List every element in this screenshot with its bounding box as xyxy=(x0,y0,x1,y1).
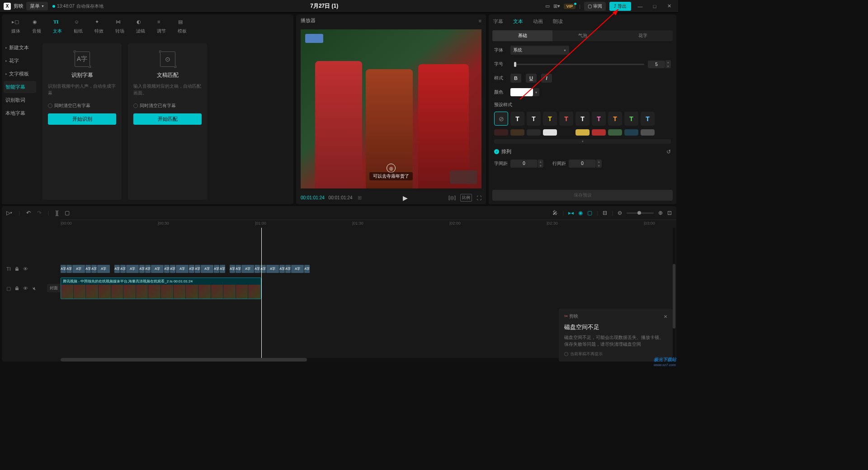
preset-white-outline[interactable]: T xyxy=(527,112,541,126)
text-clip[interactable]: A字 xyxy=(266,265,279,273)
text-clip[interactable]: A字 xyxy=(126,265,139,273)
size-input[interactable]: 5 xyxy=(648,61,665,68)
text-clip[interactable]: A字 xyxy=(176,265,189,273)
menu-button[interactable]: 菜单▼ xyxy=(26,2,48,10)
preset-yellow[interactable]: T xyxy=(543,112,557,126)
align-icon[interactable]: ⊟ xyxy=(603,210,607,216)
preset-item[interactable] xyxy=(494,129,508,136)
text-clip[interactable]: A字 xyxy=(139,265,145,273)
notif-close-icon[interactable]: ✕ xyxy=(664,314,667,319)
line-spacing-spinner[interactable]: ▴▾ xyxy=(596,160,602,168)
timeline-vertical-scrollbar[interactable] xyxy=(673,228,675,357)
clear-existing-checkbox[interactable]: 同时清空已有字幕 xyxy=(133,103,202,109)
playhead[interactable] xyxy=(261,228,262,358)
text-clip[interactable]: A字 xyxy=(285,265,291,273)
text-clip[interactable]: A字 xyxy=(85,265,91,273)
lock-icon[interactable]: 🔒︎ xyxy=(14,266,19,272)
visibility-icon[interactable]: 👁 xyxy=(23,266,28,272)
player-menu-icon[interactable]: ≡ xyxy=(479,18,481,24)
cover-label[interactable]: 封面 xyxy=(47,284,61,292)
preset-red[interactable]: T xyxy=(559,112,573,126)
text-clip[interactable]: A字 xyxy=(291,265,304,273)
font-select[interactable]: 系统▼ xyxy=(510,46,569,55)
tab-sticker[interactable]: ☺贴纸 xyxy=(68,17,89,36)
letter-spacing-spinner[interactable]: ▴▾ xyxy=(538,160,543,168)
vip-badge[interactable]: VIP xyxy=(564,4,576,9)
zoom-in-icon[interactable]: ⊕ xyxy=(658,210,663,216)
text-clip[interactable]: A字 xyxy=(61,265,66,273)
size-spinner[interactable]: ▴▾ xyxy=(665,60,671,68)
tab-media[interactable]: ▸▢媒体 xyxy=(5,17,26,36)
tab-text-props[interactable]: 文本 xyxy=(513,18,523,27)
preset-green[interactable]: T xyxy=(624,112,638,126)
text-clip[interactable]: A字 xyxy=(151,265,164,273)
close-button[interactable]: ✕ xyxy=(664,3,675,9)
preset-item[interactable] xyxy=(543,129,557,136)
preset-item[interactable] xyxy=(576,129,590,136)
mic-icon[interactable]: 🎤︎ xyxy=(552,210,558,216)
text-clip[interactable]: A字 xyxy=(279,265,285,273)
subtab-bubble[interactable]: 气泡 xyxy=(552,30,613,41)
start-recognize-button[interactable]: 开始识别 xyxy=(48,113,116,125)
text-clip[interactable]: A字 xyxy=(201,265,213,273)
preset-item[interactable] xyxy=(608,129,622,136)
preset-orange[interactable]: T xyxy=(608,112,622,126)
sidebar-text-template[interactable]: ▸文字模板 xyxy=(4,68,36,80)
preset-item[interactable] xyxy=(510,129,524,136)
fullscreen-icon[interactable]: ⛶ xyxy=(476,195,481,201)
sidebar-smart-subtitle[interactable]: 智能字幕 xyxy=(4,81,36,93)
text-clip[interactable]: A字 xyxy=(97,265,110,273)
focus-tool-icon[interactable]: [◎] xyxy=(448,195,456,201)
preset-item[interactable] xyxy=(641,129,655,136)
text-clip[interactable]: A字 xyxy=(241,265,254,273)
ratio-button[interactable]: 比例 xyxy=(460,194,472,202)
split-tool[interactable]: ]​[ xyxy=(56,210,59,216)
text-clip[interactable]: A字 xyxy=(91,265,97,273)
preset-item[interactable] xyxy=(527,129,541,136)
tab-animation[interactable]: 动画 xyxy=(533,18,543,27)
reset-icon[interactable]: ↺ xyxy=(666,149,671,155)
arrangement-toggle[interactable]: ✓ 排列 xyxy=(494,148,511,155)
tab-adjust[interactable]: ≡调节 xyxy=(151,17,172,36)
subtab-fancy[interactable]: 花字 xyxy=(613,30,673,41)
text-clip[interactable]: A字 xyxy=(164,265,170,273)
text-clip[interactable]: A字 xyxy=(255,265,260,273)
sidebar-fancy-text[interactable]: ▸花字 xyxy=(4,55,36,67)
maximize-button[interactable]: □ xyxy=(649,4,660,9)
zoom-fit-icon[interactable]: ⊡ xyxy=(667,210,672,216)
play-button[interactable]: ▶ xyxy=(367,194,443,202)
preset-white[interactable]: T xyxy=(510,112,524,126)
letter-spacing-input[interactable]: 0 xyxy=(510,160,538,168)
grid-icon[interactable]: ⊞ xyxy=(358,195,362,201)
preset-pink[interactable]: T xyxy=(592,112,606,126)
line-spacing-input[interactable]: 0 xyxy=(569,160,596,168)
selection-tool[interactable]: ▷▾ xyxy=(6,210,12,216)
layout-icon-1[interactable]: ▭ xyxy=(545,3,550,9)
visibility-icon[interactable]: 👁 xyxy=(23,286,28,291)
text-clip[interactable]: A字 xyxy=(195,265,200,273)
text-clip[interactable]: A字 xyxy=(145,265,151,273)
tab-read-aloud[interactable]: 朗读 xyxy=(553,18,563,27)
tab-effect[interactable]: ✦特效 xyxy=(89,17,109,36)
bold-button[interactable]: B xyxy=(510,74,521,83)
tab-transition[interactable]: ⋈转场 xyxy=(109,17,130,36)
video-viewport[interactable]: ◎ 可以去寺庙年货了 xyxy=(301,29,481,188)
save-preset-button[interactable]: 保存预设 xyxy=(492,190,673,201)
text-clip[interactable]: A字 xyxy=(66,265,72,273)
link-icon[interactable]: ◉ xyxy=(578,210,583,216)
minimize-button[interactable]: — xyxy=(635,4,646,9)
review-button[interactable]: ▢审阅 xyxy=(584,2,606,11)
lock-icon[interactable]: 🔒︎ xyxy=(14,286,19,291)
text-clip[interactable]: A字 xyxy=(120,265,126,273)
zoom-out-icon[interactable]: ⊖ xyxy=(618,210,622,216)
text-clip[interactable]: A字 xyxy=(189,265,194,273)
zoom-slider[interactable] xyxy=(627,212,654,214)
expand-presets[interactable]: ▾ xyxy=(494,139,671,144)
redo-button[interactable]: ↷ xyxy=(37,210,42,216)
video-clip[interactable]: 腾讯视频 - 中国领先的在线视频媒体平台,海量高清视频在线观看_2.ts 00:… xyxy=(61,277,261,299)
sidebar-local-subtitle[interactable]: 本地字幕 xyxy=(4,107,36,119)
timeline-ruler[interactable]: |00:00|00:30|01:00|01:30|02:00|02:30|03:… xyxy=(61,220,676,228)
export-button[interactable]: ⤴导出 xyxy=(609,2,631,11)
size-slider[interactable] xyxy=(514,64,644,65)
tab-subtitle[interactable]: 字幕 xyxy=(493,18,503,27)
